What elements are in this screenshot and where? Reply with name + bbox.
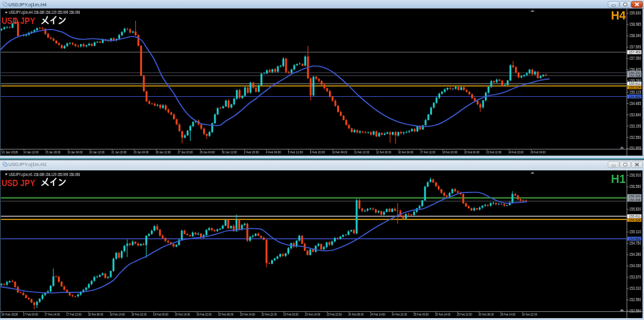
svg-text:21 Jan 20:00: 21 Jan 20:00 <box>111 150 126 154</box>
svg-text:156.096: 156.096 <box>629 74 641 78</box>
svg-text:154.390: 154.390 <box>630 252 641 257</box>
svg-text:20 Feb 04:00: 20 Feb 04:00 <box>464 150 479 154</box>
svg-text:19 Feb 06:00: 19 Feb 06:00 <box>153 312 169 316</box>
svg-text:153.195: 153.195 <box>630 124 641 128</box>
svg-text:4 Feb 04:00: 4 Feb 04:00 <box>266 150 282 154</box>
svg-text:20 Jan 12:00: 20 Jan 12:00 <box>89 150 104 154</box>
svg-text:26 Feb 04:00: 26 Feb 04:00 <box>530 150 545 154</box>
svg-text:24 Feb 22:00: 24 Feb 22:00 <box>392 312 407 316</box>
svg-text:11 Feb 12:00: 11 Feb 12:00 <box>354 150 370 154</box>
svg-text:20 Feb 06:00: 20 Feb 06:00 <box>218 312 233 316</box>
svg-text:20 Feb 22:00: 20 Feb 22:00 <box>262 312 277 316</box>
svg-text:USDJPY.oj1m,H1 156.089 156.12: USDJPY.oj1m,H1 156.089 156.129 155.999 1… <box>9 172 80 177</box>
svg-text:2 Feb 20:00: 2 Feb 20:00 <box>244 150 260 154</box>
svg-text:17 Feb 12:00: 17 Feb 12:00 <box>420 150 435 154</box>
svg-text:USD JPY: USD JPY <box>2 177 36 188</box>
svg-text:USDJPY.oj1m,H4: USDJPY.oj1m,H4 <box>8 2 47 8</box>
svg-text:158.985: 158.985 <box>630 22 641 26</box>
svg-text:15 Jan 20:00: 15 Jan 20:00 <box>45 150 60 154</box>
svg-text:19 Feb 14:00: 19 Feb 14:00 <box>175 312 190 316</box>
svg-text:18 Feb 22:00: 18 Feb 22:00 <box>131 312 147 316</box>
svg-text:12 Feb 20:00: 12 Feb 20:00 <box>376 150 391 154</box>
svg-text:154.485: 154.485 <box>630 101 641 106</box>
svg-text:17 Feb 06:00: 17 Feb 06:00 <box>23 312 38 316</box>
svg-text:19 Jan 04:00: 19 Jan 04:00 <box>67 150 82 154</box>
svg-text:USD JPY: USD JPY <box>2 15 36 26</box>
svg-text:26 Feb 14:00: 26 Feb 14:00 <box>501 312 516 316</box>
svg-text:29 Jan 04:00: 29 Jan 04:00 <box>200 150 215 154</box>
svg-text:25 Feb 22:00: 25 Feb 22:00 <box>457 312 472 316</box>
svg-text:14 Jan 12:00: 14 Jan 12:00 <box>23 150 38 154</box>
svg-text:153.310: 153.310 <box>630 286 641 290</box>
svg-text:USDJPY.oj1m,H1: USDJPY.oj1m,H1 <box>8 162 47 167</box>
svg-text:155.524: 155.524 <box>629 218 641 222</box>
svg-text:17 Feb 14:00: 17 Feb 14:00 <box>45 312 60 316</box>
svg-text:18 Feb 20:00: 18 Feb 20:00 <box>442 150 457 154</box>
svg-text:157.695: 157.695 <box>630 45 641 49</box>
svg-text:23 Feb 06:00: 23 Feb 06:00 <box>284 312 299 316</box>
svg-text:24 Feb 20:00: 24 Feb 20:00 <box>508 150 523 154</box>
svg-text:USDJPY.oj1m,H4 156.089 156.12: USDJPY.oj1m,H4 156.089 156.129 155.999 1… <box>9 10 80 15</box>
svg-text:26 Jan 12:00: 26 Jan 12:00 <box>155 150 170 154</box>
svg-text:20 Feb 14:00: 20 Feb 14:00 <box>240 312 255 316</box>
svg-text:23 Feb 12:00: 23 Feb 12:00 <box>486 150 501 154</box>
svg-text:26 Feb 06:00: 26 Feb 06:00 <box>479 312 494 316</box>
svg-text:156.910: 156.910 <box>630 173 641 177</box>
svg-text:157.453: 157.453 <box>629 50 641 54</box>
svg-text:30 Jan 12:00: 30 Jan 12:00 <box>222 150 237 154</box>
svg-text:27 Jan 20:00: 27 Jan 20:00 <box>178 150 193 154</box>
svg-text:23 Jan 04:00: 23 Jan 04:00 <box>133 150 148 154</box>
svg-text:156.096: 156.096 <box>629 198 641 202</box>
svg-text:26 Feb 22:00: 26 Feb 22:00 <box>522 312 537 316</box>
svg-text:157.050: 157.050 <box>630 56 641 60</box>
svg-text:23 Feb 14:00: 23 Feb 14:00 <box>305 312 320 316</box>
svg-text:154.030: 154.030 <box>630 263 641 268</box>
svg-text:154.892: 154.892 <box>629 237 641 241</box>
svg-text:10 Feb 04:00: 10 Feb 04:00 <box>332 150 347 154</box>
svg-text:25 Feb 06:00: 25 Feb 06:00 <box>414 312 429 316</box>
svg-text:152.590: 152.590 <box>630 309 641 313</box>
svg-text:5 Feb 12:00: 5 Feb 12:00 <box>288 150 304 154</box>
svg-text:24 Feb 06:00: 24 Feb 06:00 <box>348 312 364 316</box>
svg-text:13 Jan 2026: 13 Jan 2026 <box>1 150 18 154</box>
svg-text:6 Feb 20:00: 6 Feb 20:00 <box>310 150 326 154</box>
svg-text:25 Feb 14:00: 25 Feb 14:00 <box>435 312 450 316</box>
svg-text:154.892: 154.892 <box>629 95 641 99</box>
svg-text:19 Feb 22:00: 19 Feb 22:00 <box>197 312 212 316</box>
svg-text:152.950: 152.950 <box>630 297 641 302</box>
svg-text:H4: H4 <box>611 9 626 22</box>
svg-text:155.110: 155.110 <box>630 229 641 234</box>
svg-text:156.550: 156.550 <box>630 184 641 189</box>
svg-text:155.115: 155.115 <box>630 90 641 94</box>
svg-text:23 Feb 22:00: 23 Feb 22:00 <box>327 312 342 316</box>
svg-text:155.830: 155.830 <box>630 207 641 211</box>
svg-text:16 Feb 04:00: 16 Feb 04:00 <box>398 150 413 154</box>
svg-text:18 Feb 14:00: 18 Feb 14:00 <box>110 312 125 316</box>
svg-text:151.905: 151.905 <box>630 146 641 150</box>
svg-text:159.630: 159.630 <box>630 11 641 15</box>
svg-text:154.750: 154.750 <box>630 241 641 245</box>
svg-text:16 Feb 2026: 16 Feb 2026 <box>1 312 18 316</box>
svg-text:153.670: 153.670 <box>630 275 641 279</box>
svg-text:17 Feb 22:00: 17 Feb 22:00 <box>67 312 82 316</box>
svg-text:18 Feb 06:00: 18 Feb 06:00 <box>88 312 103 316</box>
svg-text:H1: H1 <box>611 172 626 185</box>
svg-text:24 Feb 14:00: 24 Feb 14:00 <box>370 312 386 316</box>
svg-text:153.840: 153.840 <box>630 113 641 117</box>
svg-text:158.340: 158.340 <box>630 33 641 38</box>
svg-text:155.524: 155.524 <box>629 86 641 89</box>
svg-text:155.611: 155.611 <box>629 82 641 86</box>
svg-text:152.550: 152.550 <box>630 135 641 140</box>
